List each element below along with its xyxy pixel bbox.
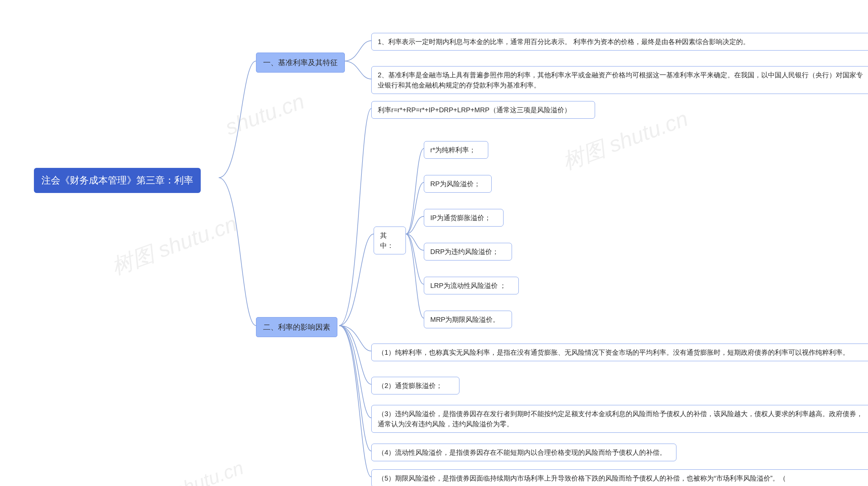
watermark: shutu.cn <box>171 456 246 486</box>
watermark: shutu.cn <box>222 89 308 140</box>
leaf-branch1-item1: 1、利率表示一定时期内利息与本金的比率，通常用百分比表示。 利率作为资本的价格，… <box>371 33 868 51</box>
leaf-wherein-label: 其中： <box>374 227 406 254</box>
leaf-point-5: （5）期限风险溢价，是指债券因面临持续期内市场利率上升导致价格下跌的风险而给予债… <box>371 469 868 486</box>
branch-node-rate-factors[interactable]: 二、利率的影响因素 <box>256 317 337 337</box>
leaf-formula: 利率r=r*+RP=r*+IP+DRP+LRP+MRP（通常这三项是风险溢价） <box>371 101 595 119</box>
leaf-branch1-item2: 2、基准利率是金融市场上具有普遍参照作用的利率，其他利率水平或金融资产价格均可根… <box>371 66 868 94</box>
leaf-wherein-mrp: MRP为期限风险溢价。 <box>424 311 512 328</box>
leaf-wherein-rstar: r*为纯粹利率； <box>424 141 488 159</box>
leaf-point-2: （2）通货膨胀溢价； <box>371 377 459 394</box>
watermark: 树图 shutu.cn <box>107 209 241 281</box>
leaf-wherein-lrp: LRP为流动性风险溢价 ； <box>424 277 519 294</box>
leaf-wherein-drp: DRP为违约风险溢价； <box>424 243 512 260</box>
leaf-point-3: （3）违约风险溢价，是指债券因存在发行者到期时不能按约定足额支付本金或利息的风险… <box>371 405 868 433</box>
leaf-wherein-ip: IP为通货膨胀溢价； <box>424 209 504 227</box>
leaf-wherein-rp: RP为风险溢价； <box>424 175 492 193</box>
leaf-point-4: （4）流动性风险溢价，是指债券因存在不能短期内以合理价格变现的风险而给予债权人的… <box>371 444 676 461</box>
leaf-point-1: （1）纯粹利率，也称真实无风险利率，是指在没有通货膨胀、无风险情况下资金市场的平… <box>371 344 868 361</box>
branch-node-benchmark-rate[interactable]: 一、基准利率及其特征 <box>256 53 345 73</box>
root-node[interactable]: 注会《财务成本管理》第三章：利率 <box>34 168 201 193</box>
